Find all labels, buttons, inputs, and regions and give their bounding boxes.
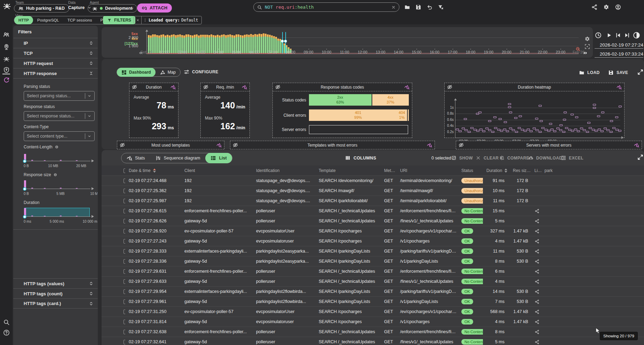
slider-handle[interactable] <box>23 159 26 163</box>
status-segment-401[interactable]: 40199% <box>309 109 407 121</box>
row-share-icon[interactable] <box>535 330 539 334</box>
table-row[interactable]: 02-19 07:27:28.336gateway-5dparkingdayli… <box>102 256 644 266</box>
col-template[interactable]: Template <box>315 168 381 173</box>
row-share-icon[interactable] <box>535 299 539 304</box>
slider-handle[interactable] <box>23 215 26 219</box>
widget-hide-eye-icon[interactable] <box>203 84 208 90</box>
col-date-time[interactable]: Date & time <box>125 168 181 173</box>
col-links[interactable]: Links <box>531 168 543 173</box>
slider-selected-range[interactable] <box>24 208 90 217</box>
timeline-selection-end[interactable] <box>285 32 286 54</box>
timeline-selection-handle-right[interactable] <box>284 40 287 43</box>
team-caret-down-icon[interactable] <box>58 6 62 10</box>
widget-chart-search-icon[interactable] <box>242 84 247 90</box>
widget-hide-eye-icon[interactable] <box>447 84 452 90</box>
col-res-size[interactable]: Res size <box>509 168 531 173</box>
save-query-icon[interactable] <box>415 4 421 10</box>
action-compare-button[interactable]: COMPARE <box>499 155 529 161</box>
heatmap-plot[interactable]: 1s0.8s0.6s0.4s0.2s07:2807:2907:3007:3107… <box>445 91 624 138</box>
filter-slider-1[interactable] <box>24 179 95 190</box>
widget-hide-eye-icon[interactable] <box>120 142 125 148</box>
skip-to-start-icon[interactable] <box>615 32 621 38</box>
filter-section-http-response[interactable]: HTTP response <box>13 68 98 78</box>
widget-chart-search-icon[interactable] <box>617 84 622 90</box>
timeline-zoom-out-icon[interactable] <box>575 47 581 52</box>
play-icon[interactable] <box>606 32 612 38</box>
row-share-icon[interactable] <box>535 209 539 213</box>
attach-button[interactable]: ATTACH <box>137 3 172 13</box>
status-segment-2xx[interactable]: 2xx63% <box>309 94 372 106</box>
chevron-down-icon[interactable] <box>87 134 92 138</box>
row-share-icon[interactable] <box>535 279 539 284</box>
theme-contrast-icon[interactable] <box>633 32 640 39</box>
table-row[interactable]: 02-19 07:27:26.920ev-cposimulator-poller… <box>102 226 644 236</box>
table-tab-sequence-diagram[interactable]: Sequence diagram <box>150 153 206 163</box>
filter-slider-0[interactable] <box>24 151 95 163</box>
col-park[interactable]: park <box>543 168 558 173</box>
widget-chart-search-icon[interactable] <box>404 84 410 90</box>
table-row[interactable]: 02-19 07:27:32.638enforcement-frenchfine… <box>102 327 644 337</box>
undo-icon[interactable] <box>427 4 432 10</box>
filter-section-http-tags-values-[interactable]: HTTP tags (values) <box>13 278 98 288</box>
table-row[interactable]: 02-19 07:27:31.814gateway-5devcposimulat… <box>102 317 644 327</box>
widget-chart-search-icon[interactable] <box>170 84 176 90</box>
widget-hide-eye-icon[interactable] <box>132 84 137 90</box>
filter-slider-2[interactable] <box>24 207 95 218</box>
table-expand-icon[interactable] <box>637 154 643 160</box>
sidebar-item-refresh-icon[interactable] <box>3 77 10 84</box>
unfold-less-icon[interactable] <box>89 71 94 76</box>
slider-handle[interactable] <box>23 187 26 191</box>
filter-select-0[interactable]: Select parsing status... <box>24 91 95 101</box>
dashboard-tab-dashboard[interactable]: Dashboard <box>117 68 156 77</box>
widget-hide-eye-icon[interactable] <box>233 142 238 148</box>
load-dashboard-button[interactable]: LOAD <box>579 70 600 75</box>
widget-hide-eye-icon[interactable] <box>459 142 464 148</box>
row-share-icon[interactable] <box>535 320 539 324</box>
unfold-more-icon[interactable] <box>89 291 94 296</box>
timeline-selection-handle-left[interactable] <box>281 40 284 43</box>
sidebar-help-icon[interactable] <box>3 329 10 336</box>
table-row[interactable]: 02-19 07:27:29.631enforcement-frenchfine… <box>102 266 644 277</box>
col-uri[interactable]: URI <box>397 168 458 173</box>
timeline-settings-gear-icon[interactable] <box>585 36 590 42</box>
action-excel-button[interactable]: EXCEL <box>561 155 583 161</box>
table-row[interactable]: 02-19 07:27:25.987192statuspage_dev@devo… <box>102 196 644 206</box>
col-method[interactable]: Method <box>381 168 397 173</box>
status-row-bar[interactable]: 40199%4041% <box>309 109 408 121</box>
table-row[interactable]: 02-19 07:27:26.615enforcement-frenchfine… <box>102 206 644 216</box>
dashboard-expand-icon[interactable] <box>637 69 643 75</box>
view-tab-http[interactable]: HTTP <box>14 16 33 24</box>
sidebar-item-agents-spider-icon[interactable] <box>3 56 10 62</box>
sidebar-item-security-shield-icon[interactable] <box>3 67 10 73</box>
table-row[interactable]: 02-19 07:27:29.954externalinterfaces-par… <box>102 287 644 297</box>
range-start-input[interactable]: 2026-02-19 07:27:24 <box>595 42 643 49</box>
widget-chart-search-icon[interactable] <box>216 142 222 148</box>
open-query-folder-icon[interactable] <box>404 4 410 10</box>
unfold-more-icon[interactable] <box>89 281 94 286</box>
agent-caret-down-icon[interactable] <box>130 6 134 10</box>
table-row[interactable]: 02-19 07:27:32.641gateway-5dpolleruserSE… <box>102 337 644 345</box>
row-share-icon[interactable] <box>535 239 539 244</box>
search-clear-icon[interactable] <box>391 5 396 9</box>
save-dashboard-button[interactable]: SAVE <box>608 70 628 75</box>
widget-hide-eye-icon[interactable] <box>275 84 280 90</box>
table-row[interactable]: 02-19 07:27:29.633gateway-5dpolleruserSE… <box>102 277 644 287</box>
agent-select[interactable]: Development <box>88 4 137 13</box>
unfold-more-icon[interactable] <box>89 301 94 306</box>
filter-section-ip[interactable]: IP <box>13 38 98 48</box>
unfold-more-icon[interactable] <box>89 41 94 46</box>
row-share-icon[interactable] <box>535 340 539 344</box>
sidebar-item-parking-meter-icon[interactable] <box>3 44 10 50</box>
row-share-icon[interactable] <box>535 310 539 314</box>
sidebar-zoom-icon[interactable] <box>3 319 10 326</box>
view-tab-postgresql[interactable]: PostgreSQL <box>33 16 63 24</box>
share-icon[interactable] <box>591 4 597 10</box>
timeline-pan-right-icon[interactable] <box>583 51 588 55</box>
action-download-button[interactable]: DOWNLOAD <box>528 155 562 161</box>
widget-chart-search-icon[interactable] <box>427 142 432 148</box>
timeline-focus-icon[interactable] <box>585 44 590 49</box>
settings-gear-icon[interactable] <box>603 4 609 10</box>
chevron-down-icon[interactable] <box>87 114 92 118</box>
col-duration[interactable]: Duration <box>483 168 509 173</box>
time-clock-icon[interactable] <box>595 32 602 39</box>
